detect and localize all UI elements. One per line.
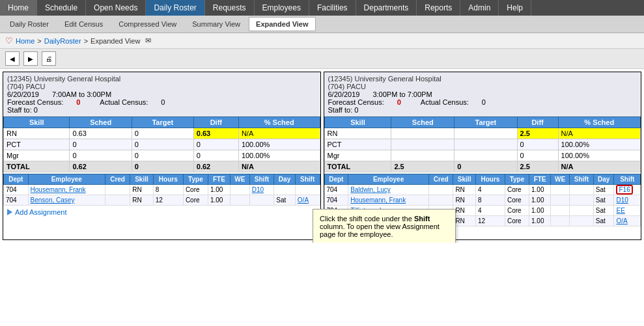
right-a2-dept: 704 xyxy=(324,195,348,206)
right-col-diff: Diff xyxy=(517,117,558,128)
right-a1-employee[interactable]: Baldwin, Lucy xyxy=(348,185,429,195)
left-add-assign-label: Add Assignment xyxy=(15,208,67,216)
right-a1-shift2[interactable]: F16 xyxy=(614,185,641,195)
top-nav-bar: Home Schedule Open Needs Daily Roster Re… xyxy=(0,0,644,16)
left-a2-employee[interactable]: Benson, Casey xyxy=(28,195,105,206)
left-a-col-fte: FTE xyxy=(208,174,230,185)
right-a4-shift1 xyxy=(570,216,594,226)
nav-employees[interactable]: Employees xyxy=(255,0,309,16)
next-button[interactable]: ▶ xyxy=(23,51,38,66)
right-staff-value: 0 xyxy=(354,106,358,114)
left-col-diff: Diff xyxy=(193,117,238,128)
right-a3-shift2[interactable]: EE xyxy=(614,206,641,216)
right-mgr-target xyxy=(455,150,517,161)
left-actual-value: 0 xyxy=(161,98,165,106)
right-a4-shift2[interactable]: O/A xyxy=(614,216,641,226)
nav-daily-roster[interactable]: Daily Roster xyxy=(146,0,204,16)
left-assign-row-1: 704 Housemann, Frank RN 8 Core 1.00 D10 xyxy=(4,185,320,195)
toolbar: ◀ ▶ 🖨 xyxy=(0,49,644,69)
breadcrumb-home[interactable]: Home xyxy=(16,37,35,45)
right-pct-target xyxy=(455,139,517,150)
right-mgr-pct: 100.00% xyxy=(558,150,640,161)
nav-schedule[interactable]: Schedule xyxy=(37,0,86,16)
breadcrumb-current: Expanded View xyxy=(91,37,140,45)
nav-home[interactable]: Home xyxy=(0,0,37,16)
right-a-col-fte: FTE xyxy=(529,174,551,185)
right-a3-fte: 1.00 xyxy=(529,206,551,216)
right-assign-row-1: 704 Baldwin, Lucy RN 4 Core 1.00 Sat F16 xyxy=(324,185,641,195)
left-total-sched: 0.62 xyxy=(70,161,132,172)
right-a2-shift2[interactable]: D10 xyxy=(614,195,641,206)
right-a4-we xyxy=(551,216,570,226)
left-add-assignment[interactable]: Add Assignment xyxy=(3,206,320,219)
left-date-row: 6/20/2019 7:00AM to 3:00PM xyxy=(7,90,316,98)
left-a-col-shift2: Shift xyxy=(295,174,320,185)
right-a-col-we: WE xyxy=(551,174,570,185)
sub-nav-bar: Daily Roster Edit Census Compressed View… xyxy=(0,16,644,33)
left-rn-sched: 0.63 xyxy=(70,128,132,139)
left-time-range: 7:00AM to 3:00PM xyxy=(52,90,111,98)
right-staff-row: Staff to: 0 xyxy=(328,106,637,114)
nav-open-needs[interactable]: Open Needs xyxy=(86,0,146,16)
right-a3-type: Core xyxy=(505,206,529,216)
right-a1-hours: 4 xyxy=(475,185,505,195)
left-a2-skill: RN xyxy=(130,195,153,206)
right-total-diff: 2.5 xyxy=(517,161,558,172)
left-forecast-value: 0 xyxy=(76,98,80,106)
left-rn-target: 0 xyxy=(132,128,193,139)
right-a-col-shift2: Shift xyxy=(614,174,641,185)
right-a-col-day: Day xyxy=(593,174,614,185)
left-skill-row-pct: PCT 0 0 0 100.00% xyxy=(4,139,320,150)
left-a2-dept: 704 xyxy=(4,195,29,206)
email-icon[interactable]: ✉ xyxy=(145,36,151,45)
print-button[interactable]: 🖨 xyxy=(42,51,56,66)
left-panel-info: (12345) University General Hospital (704… xyxy=(3,72,320,116)
nav-help[interactable]: Help xyxy=(499,0,531,16)
right-total-pct: N/A xyxy=(558,161,640,172)
left-add-triangle-icon xyxy=(7,209,12,215)
right-a4-skill: RN xyxy=(453,216,476,226)
subnav-compressed-view[interactable]: Compressed View xyxy=(111,17,184,31)
prev-button[interactable]: ◀ xyxy=(5,51,20,66)
left-rn-diff: 0.63 xyxy=(193,128,238,139)
nav-requests[interactable]: Requests xyxy=(205,0,255,16)
left-rn-skill: RN xyxy=(4,128,70,139)
right-a1-shift1 xyxy=(570,185,594,195)
subnav-edit-census[interactable]: Edit Census xyxy=(57,17,110,31)
left-a1-cred xyxy=(105,185,130,195)
nav-facilities[interactable]: Facilities xyxy=(309,0,356,16)
left-a2-we xyxy=(230,195,249,206)
left-col-skill: Skill xyxy=(4,117,70,128)
left-mgr-skill: Mgr xyxy=(4,150,70,161)
right-rn-pct: N/A xyxy=(558,128,640,139)
nav-reports[interactable]: Reports xyxy=(417,0,460,16)
left-mgr-diff: 0 xyxy=(193,150,238,161)
left-a1-employee[interactable]: Housemann, Frank xyxy=(28,185,105,195)
right-time-range: 3:00PM to 7:00PM xyxy=(372,90,432,98)
left-pct-diff: 0 xyxy=(193,139,238,150)
left-a1-we xyxy=(230,185,249,195)
subnav-expanded-view[interactable]: Expanded View xyxy=(249,17,316,31)
left-rn-pct: N/A xyxy=(238,128,320,139)
left-a2-cred xyxy=(105,195,130,206)
right-total-target: 0 xyxy=(455,161,517,172)
nav-departments[interactable]: Departments xyxy=(356,0,417,16)
subnav-daily-roster[interactable]: Daily Roster xyxy=(3,17,56,31)
left-total-pct: N/A xyxy=(238,161,320,172)
left-a2-shift2[interactable]: O/A xyxy=(295,195,320,206)
subnav-summary-view[interactable]: Summary View xyxy=(185,17,247,31)
breadcrumb-daily-roster[interactable]: DailyRoster xyxy=(44,37,81,45)
left-col-target: Target xyxy=(132,117,193,128)
right-hospital-name: (12345) University General Hospital xyxy=(328,75,637,83)
right-a2-employee[interactable]: Housemann, Frank xyxy=(348,195,429,206)
tooltip-text1: Click the shift code under the xyxy=(320,215,414,223)
left-a2-fte: 1.00 xyxy=(208,195,230,206)
left-a1-type: Core xyxy=(183,185,208,195)
left-a-col-we: WE xyxy=(230,174,249,185)
left-staff-value: 0 xyxy=(34,106,38,114)
shift-circled-f16[interactable]: F16 xyxy=(616,185,632,195)
left-a1-shift1[interactable]: D10 xyxy=(249,185,274,195)
nav-admin[interactable]: Admin xyxy=(460,0,499,16)
left-a1-skill: RN xyxy=(130,185,153,195)
right-forecast-label: Forecast Census: xyxy=(328,98,384,106)
